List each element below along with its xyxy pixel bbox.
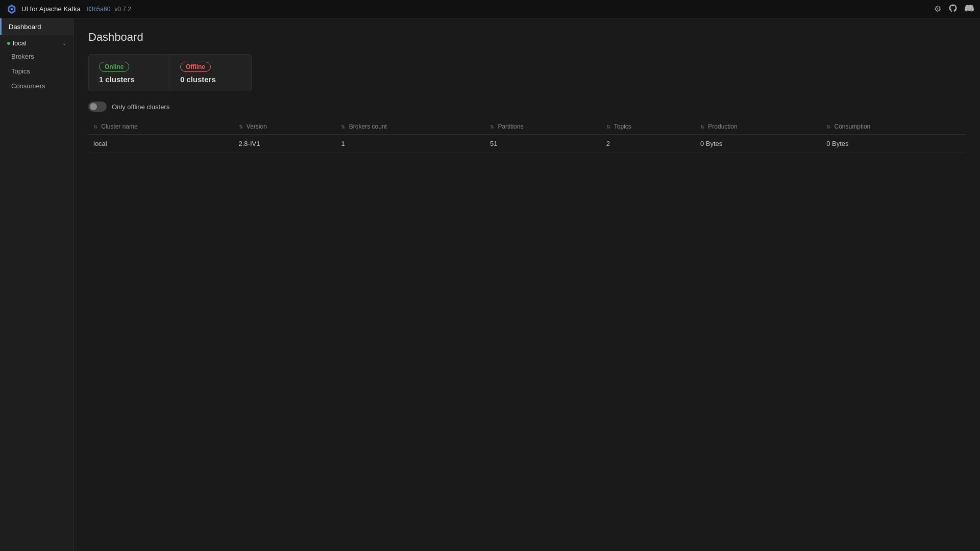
col-brokers-count[interactable]: ⇅ Brokers count — [336, 119, 485, 135]
sort-icon-topics: ⇅ — [606, 124, 610, 130]
table-body: local 2.8-IV1 1 51 2 0 Bytes 0 Bytes — [88, 135, 966, 153]
discord-icon[interactable] — [965, 4, 974, 15]
cell-topics: 2 — [601, 135, 695, 153]
offline-count: 0 clusters — [180, 75, 241, 84]
sidebar: Dashboard local ⌄ Brokers Topics Consume… — [0, 18, 74, 551]
sidebar-item-consumers[interactable]: Consumers — [0, 79, 74, 93]
svg-point-2 — [11, 8, 13, 10]
sort-icon-production: ⇅ — [700, 124, 704, 130]
col-topics[interactable]: ⇅ Topics — [601, 119, 695, 135]
sidebar-cluster-section: local ⌄ — [0, 35, 74, 49]
toggle-row: Only offline clusters — [88, 102, 966, 112]
app-name-label: UI for Apache Kafka — [21, 5, 81, 13]
sort-icon-consumption: ⇅ — [826, 124, 830, 130]
sidebar-cluster-label[interactable]: local — [7, 39, 27, 47]
col-consumption[interactable]: ⇅ Consumption — [821, 119, 966, 135]
online-clusters-card: Online 1 clusters — [88, 54, 170, 91]
col-partitions[interactable]: ⇅ Partitions — [485, 119, 601, 135]
col-production[interactable]: ⇅ Production — [695, 119, 821, 135]
commit-badge: 83b5a60 — [87, 6, 111, 13]
table-row: local 2.8-IV1 1 51 2 0 Bytes 0 Bytes — [88, 135, 966, 153]
offline-only-toggle[interactable] — [88, 102, 107, 112]
github-icon[interactable] — [948, 4, 958, 15]
version-label: v0.7.2 — [114, 6, 131, 13]
sort-icon-version: ⇅ — [239, 124, 243, 130]
table-header: ⇅ Cluster name ⇅ Version ⇅ Brokers count… — [88, 119, 966, 135]
clusters-table: ⇅ Cluster name ⇅ Version ⇅ Brokers count… — [88, 119, 966, 153]
toggle-label: Only offline clusters — [112, 103, 169, 111]
cluster-status-dot — [7, 42, 10, 45]
sidebar-item-brokers[interactable]: Brokers — [0, 49, 74, 64]
cluster-name: local — [13, 39, 27, 47]
online-count: 1 clusters — [99, 75, 159, 84]
page-title: Dashboard — [88, 31, 966, 44]
cell-brokers-count: 1 — [336, 135, 485, 153]
toggle-thumb — [90, 103, 97, 110]
cell-consumption: 0 Bytes — [821, 135, 966, 153]
offline-clusters-card: Offline 0 clusters — [170, 54, 252, 91]
cell-production: 0 Bytes — [695, 135, 821, 153]
topbar: UI for Apache Kafka 83b5a60 v0.7.2 ⚙ — [0, 0, 980, 18]
settings-icon[interactable]: ⚙ — [934, 4, 941, 14]
sidebar-item-topics[interactable]: Topics — [0, 64, 74, 79]
cell-cluster-name[interactable]: local — [88, 135, 234, 153]
cell-partitions: 51 — [485, 135, 601, 153]
col-cluster-name[interactable]: ⇅ Cluster name — [88, 119, 234, 135]
main-content: Dashboard Online 1 clusters Offline 0 cl… — [74, 18, 980, 551]
cell-version: 2.8-IV1 — [234, 135, 336, 153]
sidebar-item-dashboard[interactable]: Dashboard — [0, 18, 74, 35]
offline-badge: Offline — [180, 62, 211, 72]
sort-icon-cluster-name: ⇅ — [93, 124, 97, 130]
chevron-up-icon[interactable]: ⌄ — [62, 40, 66, 46]
topbar-right: ⚙ — [934, 4, 974, 15]
kafka-logo-icon — [6, 4, 17, 15]
sort-icon-partitions: ⇅ — [490, 124, 494, 130]
sort-icon-brokers: ⇅ — [341, 124, 345, 130]
online-badge: Online — [99, 62, 129, 72]
app-layout: Dashboard local ⌄ Brokers Topics Consume… — [0, 18, 980, 551]
app-logo: UI for Apache Kafka 83b5a60 v0.7.2 — [6, 4, 131, 15]
cluster-cards: Online 1 clusters Offline 0 clusters — [88, 54, 966, 91]
col-version[interactable]: ⇅ Version — [234, 119, 336, 135]
